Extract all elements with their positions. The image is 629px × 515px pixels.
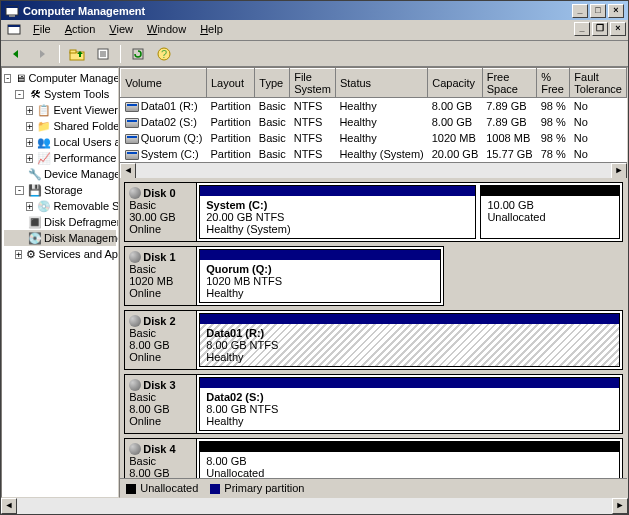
disk-info[interactable]: Disk 4Basic8.00 GBOnline xyxy=(125,439,197,478)
disk-info[interactable]: Disk 1Basic1020 MBOnline xyxy=(125,247,197,305)
col-type[interactable]: Type xyxy=(255,69,290,98)
tree-diskmgmt[interactable]: Disk Management xyxy=(44,232,119,244)
partition-body: System (C:)20.00 GB NTFSHealthy (System) xyxy=(200,196,475,238)
partition-body: 10.00 GBUnallocated xyxy=(481,196,619,238)
tree-removable[interactable]: Removable Storage xyxy=(53,200,119,212)
forward-button[interactable] xyxy=(31,43,53,65)
window-title: Computer Management xyxy=(23,5,145,17)
scroll-left-icon[interactable]: ◄ xyxy=(1,498,17,514)
col-status[interactable]: Status xyxy=(335,69,427,98)
toolbar: ? xyxy=(1,41,628,67)
up-button[interactable] xyxy=(66,43,88,65)
tree-panel[interactable]: -🖥Computer Management (Local) -🛠System T… xyxy=(1,67,119,498)
disk-info[interactable]: Disk 0Basic30.00 GBOnline xyxy=(125,183,197,241)
tree-toggle[interactable]: - xyxy=(4,74,11,83)
defrag-icon: 🔳 xyxy=(28,215,42,229)
disk-info[interactable]: Disk 2Basic8.00 GBOnline xyxy=(125,311,197,369)
tree-root[interactable]: Computer Management (Local) xyxy=(28,72,119,84)
partition[interactable]: 10.00 GBUnallocated xyxy=(480,185,620,239)
partition-header xyxy=(481,186,619,196)
legend: Unallocated Primary partition xyxy=(120,478,627,497)
computer-icon: 🖥 xyxy=(15,71,26,85)
col-freespace[interactable]: Free Space xyxy=(482,69,536,98)
col-layout[interactable]: Layout xyxy=(206,69,254,98)
mdi-restore-button[interactable]: ❐ xyxy=(592,22,608,36)
mdi-close-button[interactable]: × xyxy=(610,22,626,36)
tree-users[interactable]: Local Users and Groups xyxy=(53,136,119,148)
partition-body: Quorum (Q:)1020 MB NTFSHealthy xyxy=(200,260,440,302)
disk-row[interactable]: Disk 0Basic30.00 GBOnlineSystem (C:)20.0… xyxy=(124,182,623,242)
partition-header xyxy=(200,442,619,452)
maximize-button[interactable]: □ xyxy=(590,4,606,18)
scroll-right-icon[interactable]: ► xyxy=(612,498,628,514)
table-row[interactable]: Quorum (Q:)PartitionBasicNTFSHealthy1020… xyxy=(121,130,627,146)
tree-toggle[interactable]: + xyxy=(26,138,33,147)
tree-toggle[interactable]: + xyxy=(15,250,22,259)
back-button[interactable] xyxy=(5,43,27,65)
titlebar[interactable]: Computer Management _ □ × xyxy=(1,1,628,20)
users-icon: 👥 xyxy=(37,135,51,149)
help-button[interactable]: ? xyxy=(153,43,175,65)
tree-shared[interactable]: Shared Folders xyxy=(53,120,119,132)
event-icon: 📋 xyxy=(37,103,51,117)
tree-toggle[interactable]: + xyxy=(26,106,33,115)
col-fs[interactable]: File System xyxy=(290,69,336,98)
table-row[interactable]: Data01 (R:)PartitionBasicNTFSHealthy8.00… xyxy=(121,98,627,115)
refresh-button[interactable] xyxy=(127,43,149,65)
properties-button[interactable] xyxy=(92,43,114,65)
tree-toggle[interactable]: + xyxy=(26,154,33,163)
disk-icon xyxy=(129,443,141,455)
tree-toggle[interactable]: - xyxy=(15,186,24,195)
menu-window[interactable]: Window xyxy=(141,21,192,39)
minimize-button[interactable]: _ xyxy=(572,4,588,18)
col-capacity[interactable]: Capacity xyxy=(428,69,482,98)
tools-icon: 🛠 xyxy=(28,87,42,101)
close-button[interactable]: × xyxy=(608,4,624,18)
tree-storage[interactable]: Storage xyxy=(44,184,83,196)
svg-rect-6 xyxy=(70,50,76,53)
disk-row[interactable]: Disk 1Basic1020 MBOnlineQuorum (Q:)1020 … xyxy=(124,246,444,306)
tree-toggle[interactable]: + xyxy=(26,122,33,131)
menu-view[interactable]: View xyxy=(103,21,139,39)
disks-graphical-pane[interactable]: Disk 0Basic30.00 GBOnlineSystem (C:)20.0… xyxy=(120,178,627,478)
disk-row[interactable]: Disk 3Basic8.00 GBOnlineData02 (S:)8.00 … xyxy=(124,374,623,434)
app-menu-icon[interactable] xyxy=(3,21,25,39)
volume-icon xyxy=(125,150,139,160)
disk-info[interactable]: Disk 3Basic8.00 GBOnline xyxy=(125,375,197,433)
col-pctfree[interactable]: % Free xyxy=(537,69,570,98)
scroll-right-icon[interactable]: ► xyxy=(611,163,627,179)
disk-row[interactable]: Disk 2Basic8.00 GBOnlineData01 (R:)8.00 … xyxy=(124,310,623,370)
svg-text:?: ? xyxy=(161,48,167,60)
tree-perf[interactable]: Performance Logs and Alerts xyxy=(53,152,119,164)
tree-services[interactable]: Services and Applications xyxy=(38,248,119,260)
disk-icon xyxy=(129,251,141,263)
disk-row[interactable]: Disk 4Basic8.00 GBOnline8.00 GBUnallocat… xyxy=(124,438,623,478)
partition[interactable]: System (C:)20.00 GB NTFSHealthy (System) xyxy=(199,185,476,239)
menu-help[interactable]: Help xyxy=(194,21,229,39)
partition-header xyxy=(200,250,440,260)
table-row[interactable]: System (C:)PartitionBasicNTFSHealthy (Sy… xyxy=(121,146,627,162)
partition[interactable]: Data02 (S:)8.00 GB NTFSHealthy xyxy=(199,377,620,431)
col-volume[interactable]: Volume xyxy=(121,69,207,98)
bottom-scrollbar[interactable]: ◄ ► xyxy=(1,498,628,514)
partition-body: Data01 (R:)8.00 GB NTFSHealthy xyxy=(200,324,619,366)
tree-systools[interactable]: System Tools xyxy=(44,88,109,100)
svg-rect-2 xyxy=(9,15,15,17)
scroll-left-icon[interactable]: ◄ xyxy=(120,163,136,179)
tree-toggle[interactable]: + xyxy=(26,202,33,211)
menu-action[interactable]: Action xyxy=(59,21,102,39)
tree-defrag[interactable]: Disk Defragmenter xyxy=(44,216,119,228)
svg-rect-1 xyxy=(6,6,18,8)
tree-eventviewer[interactable]: Event Viewer xyxy=(53,104,118,116)
volumes-hscroll[interactable]: ◄ ► xyxy=(120,162,627,178)
partition[interactable]: Quorum (Q:)1020 MB NTFSHealthy xyxy=(199,249,441,303)
partition[interactable]: 8.00 GBUnallocated xyxy=(199,441,620,478)
partition[interactable]: Data01 (R:)8.00 GB NTFSHealthy xyxy=(199,313,620,367)
col-fault[interactable]: Fault Tolerance xyxy=(570,69,627,98)
tree-device[interactable]: Device Manager xyxy=(44,168,119,180)
mdi-minimize-button[interactable]: _ xyxy=(574,22,590,36)
menu-file[interactable]: File xyxy=(27,21,57,39)
table-row[interactable]: Data02 (S:)PartitionBasicNTFSHealthy8.00… xyxy=(121,114,627,130)
volume-icon xyxy=(125,102,139,112)
tree-toggle[interactable]: - xyxy=(15,90,24,99)
